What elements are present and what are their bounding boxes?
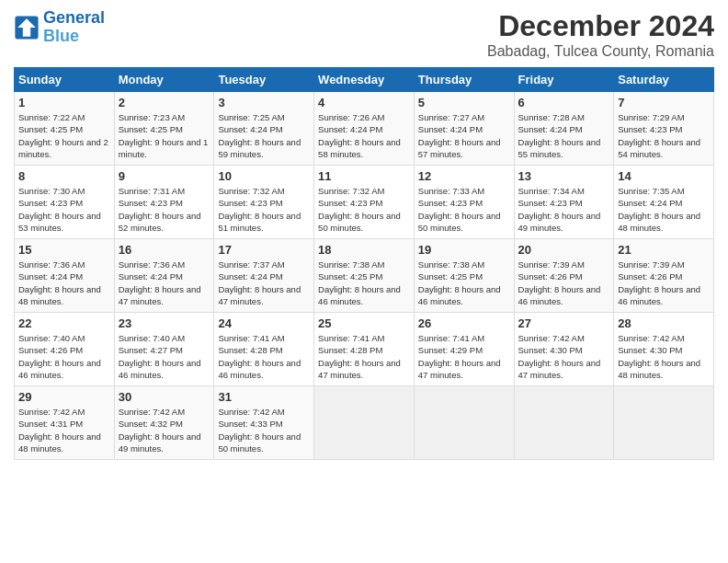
- calendar-week-5: 29 Sunrise: 7:42 AMSunset: 4:31 PMDaylig…: [15, 386, 714, 460]
- cell-info: Sunrise: 7:40 AMSunset: 4:26 PMDaylight:…: [18, 333, 101, 380]
- day-number: 20: [518, 243, 610, 257]
- cell-info: Sunrise: 7:23 AMSunset: 4:25 PMDaylight:…: [119, 112, 209, 159]
- day-number: 31: [218, 390, 310, 404]
- calendar-cell: 26 Sunrise: 7:41 AMSunset: 4:29 PMDaylig…: [414, 313, 514, 386]
- day-number: 6: [518, 96, 610, 109]
- day-number: 22: [18, 316, 110, 330]
- cell-info: Sunrise: 7:42 AMSunset: 4:32 PMDaylight:…: [119, 407, 201, 454]
- cell-info: Sunrise: 7:27 AMSunset: 4:24 PMDaylight:…: [418, 112, 501, 159]
- calendar-cell: 28 Sunrise: 7:42 AMSunset: 4:30 PMDaylig…: [614, 313, 714, 386]
- cell-info: Sunrise: 7:42 AMSunset: 4:30 PMDaylight:…: [618, 333, 700, 380]
- cell-info: Sunrise: 7:34 AMSunset: 4:23 PMDaylight:…: [518, 186, 601, 233]
- cell-info: Sunrise: 7:38 AMSunset: 4:25 PMDaylight:…: [418, 259, 501, 306]
- calendar-body: 1 Sunrise: 7:22 AMSunset: 4:25 PMDayligh…: [15, 92, 714, 460]
- day-number: 3: [218, 96, 310, 109]
- weekday-header-saturday: Saturday: [614, 68, 714, 92]
- calendar-table: SundayMondayTuesdayWednesdayThursdayFrid…: [14, 67, 714, 460]
- weekday-header-tuesday: Tuesday: [214, 68, 314, 92]
- day-number: 18: [318, 243, 410, 257]
- day-number: 26: [418, 316, 510, 330]
- calendar-cell: 15 Sunrise: 7:36 AMSunset: 4:24 PMDaylig…: [15, 239, 115, 313]
- day-number: 29: [18, 390, 110, 404]
- day-number: 8: [18, 169, 110, 183]
- calendar-cell: 23 Sunrise: 7:40 AMSunset: 4:27 PMDaylig…: [114, 313, 214, 386]
- day-number: 25: [318, 316, 410, 330]
- calendar-cell: [614, 386, 714, 460]
- calendar-cell: 2 Sunrise: 7:23 AMSunset: 4:25 PMDayligh…: [114, 92, 214, 166]
- day-number: 15: [18, 243, 110, 257]
- page-title: December 2024: [487, 9, 714, 43]
- cell-info: Sunrise: 7:33 AMSunset: 4:23 PMDaylight:…: [418, 186, 501, 233]
- calendar-week-4: 22 Sunrise: 7:40 AMSunset: 4:26 PMDaylig…: [15, 313, 714, 386]
- day-number: 5: [418, 96, 510, 109]
- cell-info: Sunrise: 7:41 AMSunset: 4:29 PMDaylight:…: [418, 333, 501, 380]
- calendar-cell: 18 Sunrise: 7:38 AMSunset: 4:25 PMDaylig…: [314, 239, 415, 313]
- day-number: 24: [218, 316, 310, 330]
- weekday-header-row: SundayMondayTuesdayWednesdayThursdayFrid…: [15, 68, 714, 92]
- cell-info: Sunrise: 7:38 AMSunset: 4:25 PMDaylight:…: [318, 259, 401, 306]
- day-number: 10: [218, 169, 310, 183]
- cell-info: Sunrise: 7:41 AMSunset: 4:28 PMDaylight:…: [218, 333, 301, 380]
- calendar-cell: 9 Sunrise: 7:31 AMSunset: 4:23 PMDayligh…: [114, 166, 214, 239]
- day-number: 16: [119, 243, 210, 257]
- cell-info: Sunrise: 7:35 AMSunset: 4:24 PMDaylight:…: [618, 186, 700, 233]
- calendar-cell: 25 Sunrise: 7:41 AMSunset: 4:28 PMDaylig…: [314, 313, 415, 386]
- day-number: 30: [119, 390, 210, 404]
- calendar-cell: 20 Sunrise: 7:39 AMSunset: 4:26 PMDaylig…: [514, 239, 614, 313]
- calendar-cell: 31 Sunrise: 7:42 AMSunset: 4:33 PMDaylig…: [214, 386, 314, 460]
- cell-info: Sunrise: 7:40 AMSunset: 4:27 PMDaylight:…: [119, 333, 201, 380]
- calendar-cell: 21 Sunrise: 7:39 AMSunset: 4:26 PMDaylig…: [614, 239, 714, 313]
- cell-info: Sunrise: 7:39 AMSunset: 4:26 PMDaylight:…: [518, 259, 601, 306]
- cell-info: Sunrise: 7:36 AMSunset: 4:24 PMDaylight:…: [119, 259, 201, 306]
- day-number: 23: [119, 316, 210, 330]
- day-number: 11: [318, 169, 410, 183]
- logo: General Blue: [14, 9, 105, 46]
- title-block: December 2024 Babadag, Tulcea County, Ro…: [487, 9, 714, 60]
- day-number: 28: [618, 316, 710, 330]
- logo-icon: [14, 15, 40, 40]
- calendar-cell: 11 Sunrise: 7:32 AMSunset: 4:23 PMDaylig…: [314, 166, 415, 239]
- cell-info: Sunrise: 7:29 AMSunset: 4:23 PMDaylight:…: [618, 112, 700, 159]
- logo-line1: General: [43, 8, 105, 27]
- cell-info: Sunrise: 7:28 AMSunset: 4:24 PMDaylight:…: [518, 112, 601, 159]
- cell-info: Sunrise: 7:37 AMSunset: 4:24 PMDaylight:…: [218, 259, 301, 306]
- calendar-cell: 7 Sunrise: 7:29 AMSunset: 4:23 PMDayligh…: [614, 92, 714, 166]
- day-number: 9: [119, 169, 210, 183]
- cell-info: Sunrise: 7:36 AMSunset: 4:24 PMDaylight:…: [18, 259, 101, 306]
- calendar-cell: 3 Sunrise: 7:25 AMSunset: 4:24 PMDayligh…: [214, 92, 314, 166]
- day-number: 14: [618, 169, 710, 183]
- calendar-week-1: 1 Sunrise: 7:22 AMSunset: 4:25 PMDayligh…: [15, 92, 714, 166]
- day-number: 7: [618, 96, 710, 109]
- calendar-cell: 13 Sunrise: 7:34 AMSunset: 4:23 PMDaylig…: [514, 166, 614, 239]
- cell-info: Sunrise: 7:42 AMSunset: 4:33 PMDaylight:…: [218, 407, 301, 454]
- day-number: 13: [518, 169, 610, 183]
- day-number: 19: [418, 243, 510, 257]
- calendar-cell: 10 Sunrise: 7:32 AMSunset: 4:23 PMDaylig…: [214, 166, 314, 239]
- day-number: 17: [218, 243, 310, 257]
- calendar-cell: 1 Sunrise: 7:22 AMSunset: 4:25 PMDayligh…: [15, 92, 115, 166]
- calendar-cell: 19 Sunrise: 7:38 AMSunset: 4:25 PMDaylig…: [414, 239, 514, 313]
- calendar-cell: 16 Sunrise: 7:36 AMSunset: 4:24 PMDaylig…: [114, 239, 214, 313]
- day-number: 2: [119, 96, 210, 109]
- calendar-cell: 5 Sunrise: 7:27 AMSunset: 4:24 PMDayligh…: [414, 92, 514, 166]
- cell-info: Sunrise: 7:22 AMSunset: 4:25 PMDaylight:…: [18, 112, 108, 159]
- day-number: 12: [418, 169, 510, 183]
- cell-info: Sunrise: 7:42 AMSunset: 4:30 PMDaylight:…: [518, 333, 601, 380]
- day-number: 21: [618, 243, 710, 257]
- calendar-cell: 6 Sunrise: 7:28 AMSunset: 4:24 PMDayligh…: [514, 92, 614, 166]
- header: General Blue December 2024 Babadag, Tulc…: [14, 9, 714, 60]
- page-subtitle: Babadag, Tulcea County, Romania: [487, 43, 714, 60]
- calendar-cell: 17 Sunrise: 7:37 AMSunset: 4:24 PMDaylig…: [214, 239, 314, 313]
- weekday-header-monday: Monday: [114, 68, 214, 92]
- calendar-cell: 22 Sunrise: 7:40 AMSunset: 4:26 PMDaylig…: [15, 313, 115, 386]
- weekday-header-sunday: Sunday: [15, 68, 115, 92]
- day-number: 27: [518, 316, 610, 330]
- calendar-cell: 29 Sunrise: 7:42 AMSunset: 4:31 PMDaylig…: [15, 386, 115, 460]
- calendar-cell: [514, 386, 614, 460]
- weekday-header-friday: Friday: [514, 68, 614, 92]
- calendar-cell: 12 Sunrise: 7:33 AMSunset: 4:23 PMDaylig…: [414, 166, 514, 239]
- cell-info: Sunrise: 7:30 AMSunset: 4:23 PMDaylight:…: [18, 186, 101, 233]
- calendar-week-3: 15 Sunrise: 7:36 AMSunset: 4:24 PMDaylig…: [15, 239, 714, 313]
- cell-info: Sunrise: 7:26 AMSunset: 4:24 PMDaylight:…: [318, 112, 401, 159]
- cell-info: Sunrise: 7:25 AMSunset: 4:24 PMDaylight:…: [218, 112, 301, 159]
